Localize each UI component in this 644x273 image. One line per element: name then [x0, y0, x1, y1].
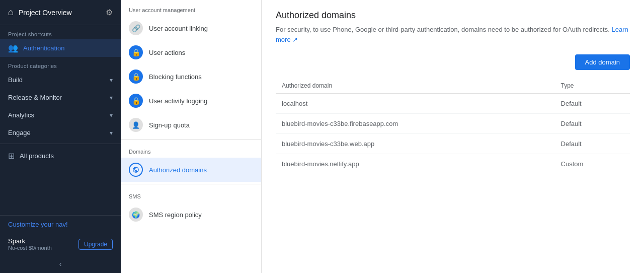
- sidebar-bottom: Customize your nav! Spark No-cost $0/mon…: [0, 215, 121, 273]
- user-activity-logging-icon: 🔒: [129, 94, 143, 108]
- collapse-icon: ‹: [59, 260, 62, 268]
- sms-label: SMS: [121, 186, 261, 202]
- chevron-down-icon: ▾: [110, 129, 113, 136]
- sidebar-shortcuts-label: Project shortcuts: [0, 25, 121, 39]
- sidebar-item-release-monitor[interactable]: Release & Monitor ▾: [0, 89, 121, 106]
- column-header-domain: Authorized domain: [276, 78, 555, 94]
- sidebar-divider: [0, 144, 121, 144]
- middle-item-user-account-linking[interactable]: 🔗 User account linking: [121, 16, 261, 40]
- domains-table: Authorized domain Type localhost Default…: [276, 78, 630, 174]
- authorized-domains-label: Authorized domains: [149, 166, 207, 174]
- sidebar: ⌂ Project Overview ⚙ Project shortcuts 👥…: [0, 0, 121, 273]
- table-row: localhost Default: [276, 94, 630, 114]
- user-activity-logging-label: User activity logging: [149, 97, 207, 105]
- chevron-down-icon: ▾: [110, 94, 113, 101]
- sidebar-categories-label: Product categories: [0, 57, 121, 71]
- middle-divider-2: [121, 184, 261, 184]
- sidebar-item-build[interactable]: Build ▾: [0, 71, 121, 89]
- middle-item-sms-region-policy[interactable]: 🌍 SMS region policy: [121, 202, 261, 227]
- authentication-icon: 👥: [8, 43, 18, 53]
- sidebar-item-engage-label: Engage: [8, 129, 31, 136]
- table-row: bluebird-movies-c33be.web.app Default: [276, 134, 630, 154]
- all-products-label: All products: [20, 152, 54, 160]
- blocking-functions-icon: 🔒: [129, 70, 143, 84]
- sidebar-item-release-label: Release & Monitor: [8, 94, 62, 101]
- page-description: For security, to use Phone, Google or th…: [276, 25, 630, 44]
- plan-cost: No-cost $0/month: [8, 245, 52, 251]
- plan-name: Spark: [8, 237, 52, 245]
- table-row: bluebird-movies-c33be.firebaseapp.com De…: [276, 114, 630, 134]
- user-account-linking-icon: 🔗: [129, 21, 143, 35]
- page-title: Authorized domains: [276, 10, 630, 21]
- type-cell: Default: [555, 114, 630, 134]
- sidebar-item-engage[interactable]: Engage ▾: [0, 124, 121, 142]
- domains-label: Domains: [121, 142, 261, 158]
- authorized-domains-icon: [129, 163, 143, 177]
- sidebar-item-analytics-label: Analytics: [8, 111, 34, 119]
- add-domain-button[interactable]: Add domain: [575, 54, 630, 70]
- grid-icon: ⊞: [8, 151, 15, 161]
- add-domain-row: Add domain: [276, 54, 630, 70]
- middle-item-authorized-domains[interactable]: Authorized domains: [121, 158, 261, 182]
- table-row: bluebird-movies.netlify.app Custom: [276, 154, 630, 174]
- sidebar-item-build-label: Build: [8, 76, 23, 84]
- middle-item-user-actions[interactable]: 🔒 User actions: [121, 40, 261, 64]
- right-panel: Authorized domains For security, to use …: [262, 0, 644, 273]
- blocking-functions-label: Blocking functions: [149, 73, 202, 81]
- sidebar-all-products[interactable]: ⊞ All products: [0, 146, 121, 166]
- column-header-type: Type: [555, 78, 630, 94]
- middle-item-blocking-functions[interactable]: 🔒 Blocking functions: [121, 64, 261, 89]
- user-actions-icon: 🔒: [129, 45, 143, 59]
- type-cell: Default: [555, 134, 630, 154]
- domain-cell: localhost: [276, 94, 555, 114]
- upgrade-button[interactable]: Upgrade: [78, 239, 113, 250]
- chevron-down-icon: ▾: [110, 77, 113, 84]
- sidebar-header: ⌂ Project Overview ⚙: [0, 0, 121, 25]
- middle-item-user-activity-logging[interactable]: 🔒 User activity logging: [121, 89, 261, 113]
- main-content: User account management 🔗 User account l…: [121, 0, 644, 273]
- user-actions-label: User actions: [149, 49, 185, 56]
- sidebar-item-authentication[interactable]: 👥 Authentication: [0, 39, 121, 57]
- sms-region-policy-label: SMS region policy: [149, 211, 202, 219]
- chevron-down-icon: ▾: [110, 112, 113, 119]
- sidebar-item-authentication-label: Authentication: [23, 44, 64, 52]
- sign-up-quota-label: Sign-up quota: [149, 121, 190, 129]
- plan-info: Spark No-cost $0/month Upgrade: [0, 233, 121, 255]
- domain-cell: bluebird-movies.netlify.app: [276, 154, 555, 174]
- collapse-sidebar-button[interactable]: ‹: [0, 255, 121, 273]
- type-cell: Custom: [555, 154, 630, 174]
- user-account-linking-label: User account linking: [149, 25, 208, 32]
- type-cell: Default: [555, 94, 630, 114]
- gear-icon[interactable]: ⚙: [106, 8, 113, 17]
- sms-region-policy-icon: 🌍: [129, 208, 143, 222]
- domain-cell: bluebird-movies-c33be.firebaseapp.com: [276, 114, 555, 134]
- domain-cell: bluebird-movies-c33be.web.app: [276, 134, 555, 154]
- sidebar-project-title: Project Overview: [19, 9, 101, 17]
- home-icon[interactable]: ⌂: [8, 7, 14, 18]
- user-account-management-label: User account management: [121, 0, 261, 16]
- customize-nav-link[interactable]: Customize your nav!: [0, 216, 121, 233]
- page-description-text: For security, to use Phone, Google or th…: [276, 26, 610, 33]
- middle-item-sign-up-quota[interactable]: 👤 Sign-up quota: [121, 113, 261, 137]
- sign-up-quota-icon: 👤: [129, 118, 143, 132]
- middle-divider-1: [121, 139, 261, 140]
- sidebar-item-analytics[interactable]: Analytics ▾: [0, 106, 121, 124]
- middle-panel: User account management 🔗 User account l…: [121, 0, 262, 273]
